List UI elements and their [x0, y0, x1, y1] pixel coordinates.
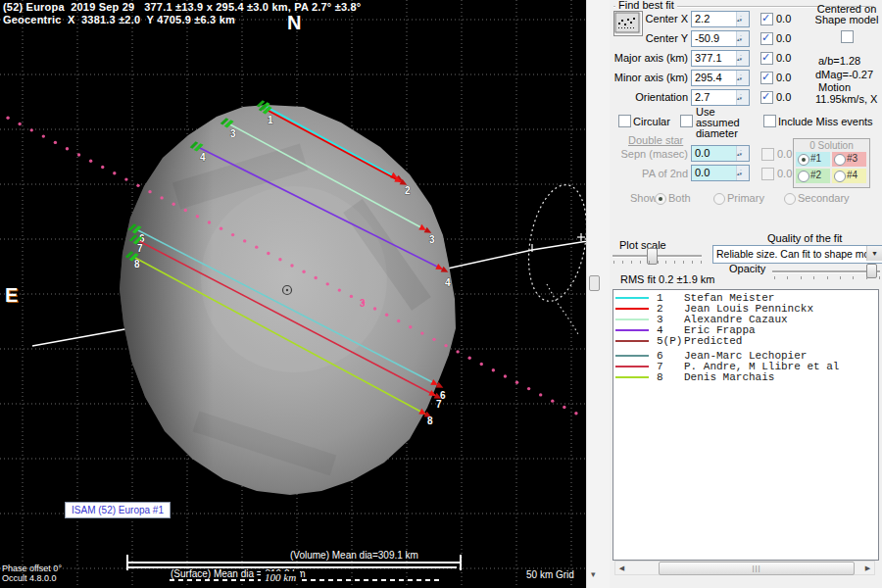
splitter[interactable]: ▾ — [586, 0, 611, 588]
star-track-dot — [468, 357, 471, 360]
quality-of-fit-label: Quality of the fit — [767, 232, 842, 244]
show-label: Show — [630, 192, 658, 204]
solution-radio[interactable] — [834, 154, 846, 166]
opacity-slider-thumb[interactable] — [866, 264, 877, 278]
circular-checkbox[interactable] — [618, 115, 631, 127]
sepn-label: Sepn (masec) — [610, 148, 688, 160]
find-best-fit-title: Find best fit — [615, 0, 677, 11]
star-track-dot — [243, 239, 246, 242]
slider-tick — [649, 261, 650, 264]
solution-4-cell[interactable]: #4 — [832, 169, 866, 183]
app-version-label: Occult 4.8.0.0 — [2, 573, 57, 583]
legend-color-line — [615, 376, 649, 378]
solution-radio[interactable] — [798, 154, 809, 166]
star-track-dot — [432, 338, 435, 341]
pa-sigma: 0.0 — [777, 168, 792, 179]
use-assumed-diameter-checkbox[interactable] — [680, 115, 693, 127]
opacity-label: Opacity — [729, 263, 765, 274]
center-x-input[interactable]: 2.2▴▾ — [691, 11, 750, 27]
hundred-km-bar — [170, 579, 440, 581]
scroll-right-icon[interactable]: ▶ — [861, 562, 874, 574]
star-track-dot — [397, 319, 400, 322]
sepn-spinner[interactable]: ▴▾ — [736, 146, 749, 161]
star-track-dot — [101, 166, 104, 169]
quality-of-fit-dropdown[interactable]: Reliable size. Can fit to shape mode ▼ — [712, 245, 882, 264]
star-track-dot — [30, 128, 33, 131]
star-track-dot — [515, 381, 518, 384]
centered-on-shape-checkbox[interactable] — [841, 30, 854, 43]
circular-label: Circular — [633, 116, 670, 127]
center-y-lock-checkbox[interactable] — [760, 32, 773, 45]
solutions-box: 0 Solution #1#3#2#4 — [793, 138, 870, 188]
legend-color-line — [615, 355, 649, 357]
show-secondary-radio[interactable] — [784, 193, 796, 205]
minor-axis-lock-checkbox[interactable] — [760, 72, 773, 84]
minor-axis-input[interactable]: 295.4▴▾ — [691, 70, 750, 86]
sepn-input[interactable]: 0.0 ▴▾ — [691, 145, 750, 162]
observer-legend-list[interactable]: 1Stefan Meister2Jean Louis Penninckx3Ale… — [612, 289, 879, 561]
star-track-dot — [267, 252, 270, 255]
major-axis-input[interactable]: 377.1▴▾ — [691, 50, 750, 67]
legend-row[interactable]: 8Denis Marchais — [613, 372, 878, 383]
center-x-spinner[interactable]: ▴▾ — [736, 12, 749, 26]
include-miss-events-checkbox[interactable] — [763, 115, 776, 127]
show-both-radio[interactable] — [655, 193, 666, 205]
legend-row[interactable]: 5(P)Predicted — [613, 336, 878, 347]
major-axis-lock-checkbox[interactable] — [760, 52, 773, 65]
rms-fit-value: RMS fit 0.2 ±1.9 km — [620, 273, 715, 285]
opacity-slider-track[interactable] — [772, 270, 880, 273]
solution-2-cell[interactable]: #2 — [796, 169, 830, 183]
major-axis-sigma: 0.0 — [776, 52, 791, 64]
slider-tick — [801, 276, 802, 279]
legend-row[interactable]: 4Eric Frappa — [613, 325, 878, 336]
star-track-dot — [456, 350, 459, 353]
star-track-dot — [208, 220, 211, 223]
orientation-input[interactable]: 2.7▴▾ — [691, 89, 750, 106]
axis-ratio-value: a/b=1.28 — [818, 55, 860, 67]
dropdown-arrow-icon[interactable]: ▼ — [866, 246, 882, 261]
show-primary-label: Primary — [727, 192, 764, 204]
legend-horizontal-scrollbar[interactable]: ◀ ||| ▶ — [614, 561, 875, 575]
center-x-lock-checkbox[interactable] — [760, 13, 773, 25]
star-track-dot — [18, 122, 21, 125]
pa-of-2nd-label: PA of 2nd — [610, 168, 688, 179]
star-track-dot — [66, 147, 69, 150]
star-track-dot — [539, 393, 542, 396]
center-y-label: Center Y — [610, 32, 688, 44]
star-track-dot — [231, 233, 234, 236]
slider-tick — [683, 261, 684, 264]
splitter-handle[interactable] — [589, 275, 600, 291]
star-track-dot — [350, 295, 353, 298]
orientation-lock-checkbox[interactable] — [760, 91, 773, 104]
legend-color-line — [615, 308, 649, 310]
star-track-dot — [444, 344, 447, 347]
pa-of-2nd-input[interactable]: 0.0 ▴▾ — [691, 165, 750, 181]
star-track-dot — [278, 258, 281, 261]
splitter-collapse-icon[interactable]: ▾ — [591, 569, 596, 579]
slider-tick — [813, 276, 814, 279]
major-axis-spinner[interactable]: ▴▾ — [736, 51, 749, 66]
center-x-label: Center X — [610, 13, 688, 24]
scroll-left-icon[interactable]: ◀ — [615, 562, 628, 574]
star-track-dot — [551, 399, 554, 402]
solution-radio[interactable] — [834, 171, 846, 182]
star-track-dot — [113, 172, 116, 174]
slider-tick — [840, 276, 841, 279]
solution-radio[interactable] — [798, 171, 809, 182]
isam-tag: ISAM (52) Europa #1 — [65, 502, 171, 518]
center-x-sigma: 0.0 — [776, 13, 791, 24]
star-track-dot — [255, 245, 258, 248]
solution-1-cell[interactable]: #1 — [796, 152, 830, 167]
pa-of-2nd-spinner[interactable]: ▴▾ — [736, 166, 749, 180]
orientation-spinner[interactable]: ▴▾ — [736, 90, 749, 105]
star-track-dot — [160, 196, 163, 199]
show-primary-radio[interactable] — [713, 193, 725, 205]
star-track-dot — [480, 363, 483, 366]
center-y-spinner[interactable]: ▴▾ — [736, 31, 749, 46]
scrollbar-thumb[interactable]: ||| — [659, 562, 855, 575]
star-track-dot — [196, 215, 199, 218]
center-y-input[interactable]: -50.9▴▾ — [691, 30, 750, 47]
motion-label: Motion — [818, 81, 851, 93]
solution-3-cell[interactable]: #3 — [832, 152, 866, 167]
minor-axis-spinner[interactable]: ▴▾ — [736, 71, 749, 85]
